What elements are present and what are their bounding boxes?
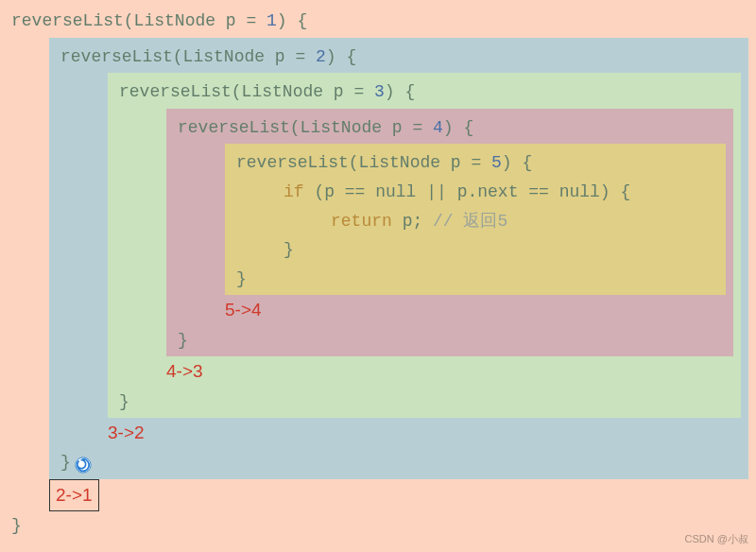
sig-end: ) { (502, 153, 532, 172)
num-literal: 3 (374, 82, 385, 101)
sig-text: reverseList(ListNode p = (236, 153, 491, 172)
signature-line-1: reverseList(ListNode p = 2) { (60, 43, 741, 72)
close-brace-3: } (178, 326, 726, 355)
result-5-4: 5->4 (225, 295, 726, 325)
result-4-3: 4->3 (166, 356, 733, 387)
close-brace-1: } (60, 448, 741, 477)
spiral-icon (75, 455, 92, 472)
sig-end: ) { (326, 47, 356, 66)
return-keyword: return (331, 212, 403, 231)
signature-line-4: reverseList(ListNode p = 5) { (236, 148, 718, 178)
recursion-level-4: reverseList(ListNode p = 5) { if (p == n… (225, 144, 726, 295)
num-literal: 5 (491, 153, 502, 172)
sig-end: ) { (443, 118, 473, 137)
result-2-1-row: 2->1 (11, 479, 748, 511)
close-brace-4: } (236, 265, 718, 294)
num-literal: 1 (266, 11, 277, 30)
recursion-level-3: reverseList(ListNode p = 4) { reverseLis… (166, 109, 733, 356)
sig-end: ) { (277, 11, 307, 30)
num-literal: 2 (316, 47, 326, 66)
signature-line-3: reverseList(ListNode p = 4) { (178, 113, 726, 143)
if-keyword: if (284, 182, 314, 201)
sig-end: ) { (385, 82, 415, 101)
sig-text: reverseList(ListNode p = (60, 47, 316, 66)
result-2-1-boxed: 2->1 (49, 479, 99, 511)
signature-line-2: reverseList(ListNode p = 3) { (119, 78, 733, 107)
if-line: if (p == null || p.next == null) { (284, 178, 718, 207)
comment-text: // 返回5 (433, 212, 507, 231)
recursion-level-2: reverseList(ListNode p = 3) { reverseLis… (108, 73, 741, 418)
if-condition: (p == null || p.next == null) { (314, 182, 630, 201)
watermark: CSDN @小叔 (685, 530, 748, 548)
close-brace-2: } (119, 388, 733, 417)
sig-text: reverseList(ListNode p = (11, 11, 266, 30)
return-line: return p; // 返回5 (331, 207, 718, 236)
recursion-level-1: reverseList(ListNode p = 2) { reverseLis… (49, 38, 748, 479)
sig-text: reverseList(ListNode p = (119, 82, 374, 101)
num-literal: 4 (433, 118, 443, 137)
recursion-level-0: reverseList(ListNode p = 1) { reverseLis… (0, 2, 756, 543)
if-close-brace: } (284, 235, 718, 265)
sig-text: reverseList(ListNode p = (178, 118, 433, 137)
signature-line-0: reverseList(ListNode p = 1) { (11, 7, 748, 36)
brace-char: } (60, 453, 71, 472)
return-var: p; (403, 212, 433, 231)
result-3-2: 3->2 (108, 418, 741, 448)
close-brace-0: } (11, 511, 748, 541)
